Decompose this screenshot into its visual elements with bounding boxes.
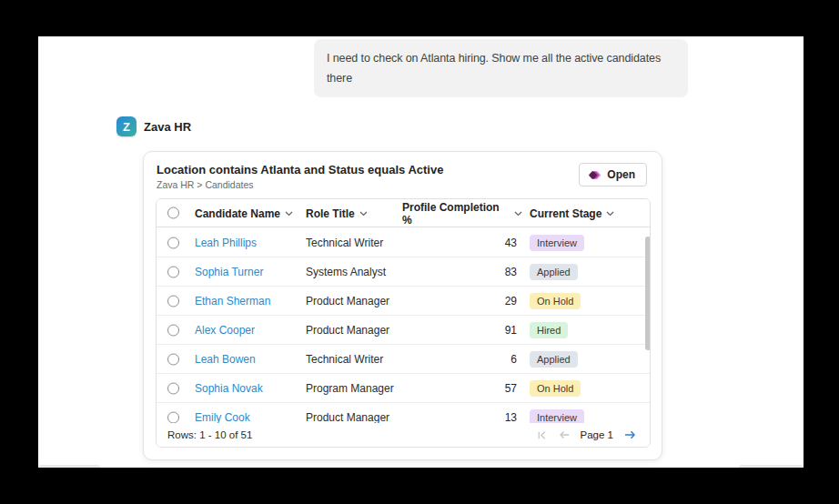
role-title-cell: Systems Analyst <box>306 266 386 278</box>
profile-completion-cell: 29 <box>402 295 517 307</box>
table-row[interactable]: Leah Phillips Technical Writer 43 Interv… <box>157 228 650 257</box>
user-message-text: I need to check on Atlanta hiring. Show … <box>327 52 661 85</box>
breadcrumb: Zava HR > Candidates <box>157 179 254 190</box>
first-page-icon <box>536 429 548 441</box>
cutoff-element-left <box>38 465 100 468</box>
row-select-radio[interactable] <box>167 295 179 307</box>
candidates-table: Candidate Name Role Title Profile Comple… <box>156 198 651 448</box>
chevron-down-icon <box>514 211 522 217</box>
current-stage-badge: Applied <box>530 351 578 368</box>
profile-completion-cell: 91 <box>402 324 517 337</box>
role-title-cell: Product Manager <box>306 295 389 307</box>
table-row[interactable]: Sophia Novak Program Manager 57 On Hold <box>157 374 650 403</box>
table-row[interactable]: Sophia Turner Systems Analyst 83 Applied <box>157 257 650 287</box>
row-select-radio[interactable] <box>167 237 179 248</box>
arrow-left-icon <box>558 429 571 440</box>
table-row[interactable]: Leah Bowen Technical Writer 6 Applied <box>157 345 650 374</box>
table-scrollbar[interactable] <box>645 237 651 350</box>
profile-completion-cell: 13 <box>402 411 517 424</box>
logo-letter: Z <box>123 120 130 134</box>
bot-identity: Z Zava HR <box>116 116 191 136</box>
column-header-current-stage[interactable]: Current Stage <box>530 199 614 227</box>
row-select-radio[interactable] <box>167 411 179 423</box>
column-label: Candidate Name <box>195 207 280 220</box>
candidate-name-link[interactable]: Emily Cook <box>195 411 250 424</box>
column-label: Profile Completion % <box>402 201 510 227</box>
table-body: Leah Phillips Technical Writer 43 Interv… <box>157 228 650 447</box>
table-header: Candidate Name Role Title Profile Comple… <box>157 199 650 227</box>
zava-hr-logo-icon: Z <box>116 116 136 136</box>
bot-name: Zava HR <box>144 120 191 134</box>
candidate-name-link[interactable]: Sophia Turner <box>195 266 263 278</box>
row-select-radio[interactable] <box>167 324 179 336</box>
column-header-profile-completion[interactable]: Profile Completion % <box>402 199 522 227</box>
profile-completion-cell: 43 <box>402 237 517 249</box>
candidate-name-link[interactable]: Leah Phillips <box>195 237 257 249</box>
cutoff-element-right <box>739 465 804 468</box>
role-title-cell: Product Manager <box>306 324 389 337</box>
table-row[interactable]: Ethan Sherman Product Manager 29 On Hold <box>157 287 650 316</box>
card-title: Location contains Atlanta and Status equ… <box>157 163 443 176</box>
candidate-name-link[interactable]: Leah Bowen <box>195 353 256 366</box>
next-page-button[interactable] <box>623 429 637 440</box>
open-button-label: Open <box>607 168 635 181</box>
role-title-cell: Product Manager <box>306 411 389 424</box>
open-button[interactable]: Open <box>579 163 647 186</box>
column-header-candidate-name[interactable]: Candidate Name <box>195 199 293 227</box>
results-card: Location contains Atlanta and Status equ… <box>143 151 662 460</box>
table-footer: Rows: 1 - 10 of 51 Page 1 <box>157 423 650 447</box>
row-select-radio[interactable] <box>167 382 179 394</box>
role-title-cell: Program Manager <box>306 382 394 395</box>
rows-count-label: Rows: 1 - 10 of 51 <box>167 429 252 440</box>
row-select-radio[interactable] <box>167 353 179 365</box>
column-label: Role Title <box>306 207 355 220</box>
current-stage-badge: Applied <box>530 264 578 280</box>
page-label: Page 1 <box>581 429 613 440</box>
current-stage-badge: Hired <box>530 322 568 338</box>
candidate-name-link[interactable]: Alex Cooper <box>195 324 255 337</box>
current-stage-badge: On Hold <box>530 293 581 309</box>
current-stage-badge: Interview <box>530 235 584 251</box>
current-stage-badge: On Hold <box>530 380 581 397</box>
chevron-down-icon <box>285 211 293 217</box>
user-message-bubble: I need to check on Atlanta hiring. Show … <box>314 39 688 97</box>
chevron-down-icon <box>359 211 368 217</box>
profile-completion-cell: 6 <box>402 353 517 366</box>
role-title-cell: Technical Writer <box>306 237 383 249</box>
profile-completion-cell: 83 <box>402 266 517 278</box>
first-page-button[interactable] <box>536 429 548 441</box>
profile-completion-cell: 57 <box>402 382 517 395</box>
role-title-cell: Technical Writer <box>306 353 383 366</box>
table-row[interactable]: Alex Cooper Product Manager 91 Hired <box>157 316 650 345</box>
chat-canvas: I need to check on Atlanta hiring. Show … <box>38 36 804 468</box>
column-header-role-title[interactable]: Role Title <box>306 199 368 227</box>
row-select-radio[interactable] <box>167 266 179 277</box>
chevron-down-icon <box>606 211 614 217</box>
arrow-right-icon <box>623 429 637 440</box>
pagination: Page 1 <box>536 429 637 441</box>
select-all-radio[interactable] <box>167 207 179 219</box>
column-label: Current Stage <box>530 207 601 220</box>
previous-page-button[interactable] <box>558 429 571 440</box>
power-apps-icon <box>588 168 601 182</box>
candidate-name-link[interactable]: Ethan Sherman <box>195 295 270 307</box>
candidate-name-link[interactable]: Sophia Novak <box>195 382 263 395</box>
